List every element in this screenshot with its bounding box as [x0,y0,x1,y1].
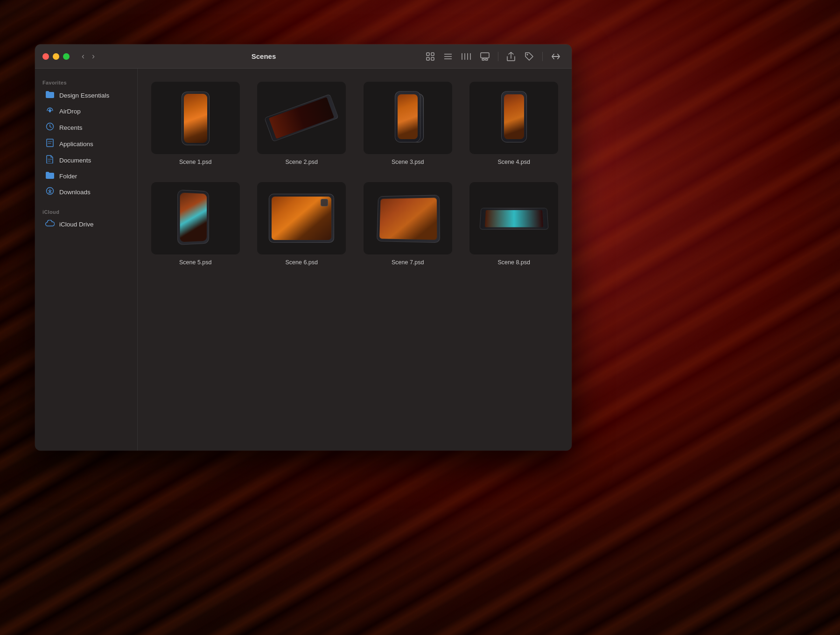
window-body: Favorites Design Essentials AirDrop [35,69,572,451]
share-icon [507,52,515,61]
favorites-header: Favorites [35,76,137,87]
airdrop-icon [45,106,55,116]
scene7-filename: Scene 7.psd [392,259,424,266]
scene1-art [179,90,212,146]
applications-icon [45,139,55,149]
forward-icon: › [92,51,95,61]
view-grid-button[interactable] [422,50,438,63]
phone-screen [398,94,418,139]
scene1-filename: Scene 1.psd [179,159,212,165]
sidebar-label-airdrop: AirDrop [59,108,81,115]
toolbar-divider-1 [498,52,498,61]
sidebar-item-icloud-drive[interactable]: iCloud Drive [38,217,134,231]
sidebar-item-folder[interactable]: Folder [38,169,134,183]
scene8-image [469,182,558,254]
minimize-button[interactable] [53,53,59,60]
icloud-icon [45,220,55,228]
svg-rect-11 [481,53,489,58]
scene3-filename: Scene 3.psd [392,159,424,165]
file-item-scene8[interactable]: Scene 8.psd [466,178,563,269]
recents-icon [45,122,55,133]
window-controls [42,53,70,60]
camera-bump [321,199,328,206]
gallery-view-icon [480,52,490,61]
sidebar-label-recents: Recents [59,124,83,131]
list-view-icon [444,52,452,61]
scene6-filename: Scene 6.psd [286,259,318,266]
file-item-scene2[interactable]: Scene 2.psd [253,78,350,169]
view-gallery-button[interactable] [476,50,493,63]
scene8-thumbnail [469,182,558,254]
scene7-art [377,195,440,243]
scene6-image [257,182,346,254]
scene3-thumbnail [364,82,452,154]
scene5-phone [178,189,209,245]
scene2-image [257,82,346,154]
scene5-thumbnail [151,182,240,254]
scene2-filename: Scene 2.psd [286,159,318,165]
sidebar-item-airdrop[interactable]: AirDrop [38,103,134,119]
scene8-art [479,208,548,229]
grid-view-icon [426,52,434,61]
file-item-scene1[interactable]: Scene 1.psd [147,78,244,169]
file-item-scene6[interactable]: Scene 6.psd [253,178,350,269]
scene6-thumbnail [257,182,346,254]
scene3-phone [395,91,420,142]
toolbar-divider-2 [542,52,543,61]
finder-window: ‹ › Scenes [35,44,572,451]
phone-body [182,92,210,145]
sidebar-label-documents: Documents [59,157,91,164]
scene5-image [151,182,240,254]
scene8-filename: Scene 8.psd [498,259,531,266]
tag-button[interactable] [521,49,538,64]
scene2-thumbnail [257,82,346,154]
scene3-image [364,82,452,154]
scene4-phone [501,91,527,142]
close-button[interactable] [42,53,49,60]
scene1-image [151,82,240,154]
file-item-scene5[interactable]: Scene 5.psd [147,178,244,269]
sidebar-item-recents[interactable]: Recents [38,120,134,135]
sidebar: Favorites Design Essentials AirDrop [35,69,138,451]
share-button[interactable] [503,49,519,64]
sidebar-label-icloud-drive: iCloud Drive [59,221,94,228]
svg-rect-1 [431,53,434,56]
window-title: Scenes [105,52,422,60]
column-view-icon [462,52,471,61]
scene2-art [264,94,339,142]
view-list-button[interactable] [440,50,456,63]
svg-rect-3 [431,57,434,60]
nav-controls: ‹ › [79,49,98,63]
sidebar-item-design-essentials[interactable]: Design Essentials [38,88,134,103]
maximize-button[interactable] [63,53,70,60]
back-icon: ‹ [82,51,84,61]
file-item-scene7[interactable]: Scene 7.psd [359,178,456,269]
scene4-thumbnail [469,82,558,154]
scene7-image [364,182,452,254]
svg-rect-0 [427,53,429,56]
phone-screen [180,192,207,242]
sidebar-label-downloads: Downloads [59,189,91,196]
scene4-filename: Scene 4.psd [498,159,531,165]
file-item-scene4[interactable]: Scene 4.psd [466,78,563,169]
svg-rect-13 [485,59,488,60]
back-button[interactable]: ‹ [79,49,87,63]
more-icon [551,52,560,61]
toolbar-right [422,49,564,64]
tag-icon [525,52,534,61]
icloud-header: iCloud [35,205,137,217]
scene4-art [501,91,527,145]
scene6-art [269,194,334,243]
sidebar-item-applications[interactable]: Applications [38,136,134,152]
file-item-scene3[interactable]: Scene 3.psd [359,78,456,169]
view-column-button[interactable] [458,50,475,63]
svg-rect-2 [427,57,429,60]
sidebar-item-documents[interactable]: Documents [38,152,134,168]
more-button[interactable] [547,50,564,63]
scene4-image [469,82,558,154]
forward-button[interactable]: › [89,49,98,63]
svg-rect-12 [482,59,484,60]
sidebar-item-downloads[interactable]: Downloads [38,184,134,200]
phone-screen [504,94,524,139]
scene1-thumbnail [151,82,240,154]
